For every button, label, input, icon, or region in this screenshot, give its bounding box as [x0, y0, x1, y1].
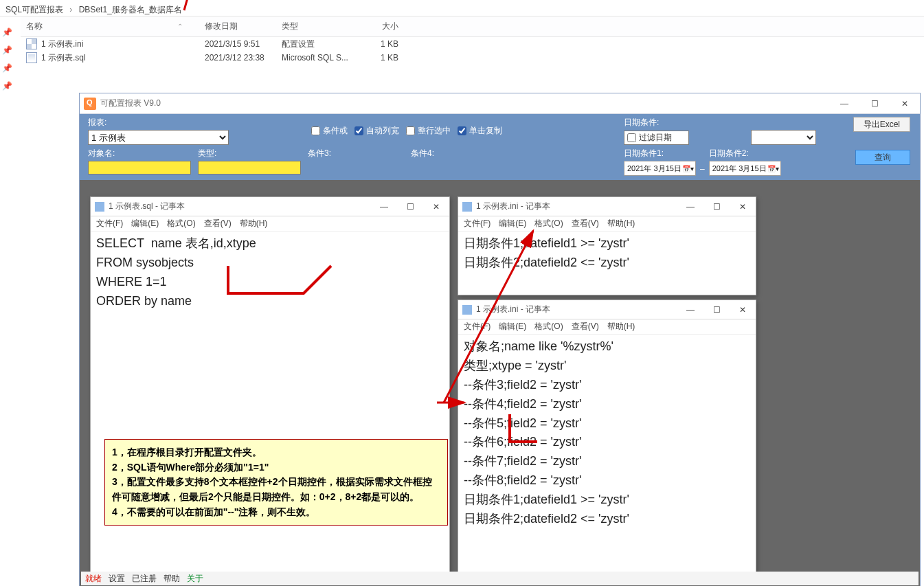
auto-width-checkbox[interactable]: 自动列宽 — [354, 125, 399, 137]
minimize-button[interactable]: ― — [829, 93, 859, 114]
close-button[interactable]: ✕ — [890, 93, 920, 114]
breadcrumb-part1[interactable]: SQL可配置报表 — [5, 5, 63, 14]
status-help[interactable]: 帮助 — [164, 573, 180, 585]
col-type[interactable]: 类型 — [276, 21, 363, 32]
maximize-button[interactable]: ☐ — [859, 93, 890, 114]
status-bar: 就绪 设置 已注册 帮助 关于 — [81, 572, 919, 585]
cond3-label: 条件3: — [308, 148, 404, 159]
pin-icon[interactable]: 📌 — [2, 27, 12, 37]
menu-help[interactable]: 帮助(H) — [240, 218, 268, 229]
file-date: 2021/3/15 9:51 — [199, 39, 276, 49]
status-settings[interactable]: 设置 — [109, 573, 125, 585]
date2-input[interactable]: 2021年 3月15日📅▾ — [709, 161, 781, 176]
annotation-note: 1，在程序根目录打开配置文件夹。 2，SQL语句Where部分必须加"1=1" … — [104, 439, 448, 526]
menu-edit[interactable]: 编辑(E) — [499, 321, 526, 333]
notepad-title: 1 示例表.ini - 记事本 — [476, 304, 550, 315]
notepad-titlebar: 1 示例表.ini - 记事本 ― ☐ ✕ — [458, 300, 756, 319]
file-list: 名称⌃ 修改日期 类型 大小 1 示例表.ini 2021/3/15 9:51 … — [21, 16, 924, 65]
minimize-button[interactable]: ― — [677, 300, 703, 319]
app-title: 可配置报表 V9.0 — [100, 98, 161, 109]
cond4-label: 条件4: — [411, 148, 507, 159]
menu-view[interactable]: 查看(V) — [572, 321, 599, 333]
pin-icon[interactable]: 📌 — [2, 45, 12, 55]
notepad-title: 1 示例表.sql - 记事本 — [109, 201, 185, 212]
notepad-icon — [462, 202, 472, 212]
date-section: 日期条件: 过滤日期 日期条件1: 2021年 3月15日📅▾ – 日期条件2:… — [624, 117, 816, 176]
notepad-body[interactable]: SELECT name 表名,id,xtype FROM sysobjects … — [91, 232, 449, 314]
type-input[interactable] — [198, 161, 301, 174]
file-type: 配置设置 — [276, 38, 363, 50]
action-buttons: 导出Excel 查询 — [853, 117, 910, 165]
pin-strip: 📌 📌 📌 📌 — [0, 19, 14, 99]
object-input[interactable] — [88, 161, 191, 174]
menu-help[interactable]: 帮助(H) — [607, 218, 635, 229]
app-logo-icon — [84, 98, 96, 110]
close-button[interactable]: ✕ — [423, 197, 449, 216]
menu-edit[interactable]: 编辑(E) — [131, 218, 159, 229]
single-copy-checkbox[interactable]: 单击复制 — [458, 125, 502, 137]
toolbar: 报表: 1 示例表 条件或 自动列宽 整行选中 单击复制 对象名: 类型: 条件… — [80, 114, 920, 180]
cond-or-checkbox[interactable]: 条件或 — [311, 125, 348, 137]
menu-file[interactable]: 文件(F) — [96, 218, 123, 229]
close-button[interactable]: ✕ — [730, 300, 756, 319]
report-label: 报表: — [88, 117, 229, 128]
pin-icon[interactable]: 📌 — [2, 63, 12, 73]
col-date[interactable]: 修改日期 — [199, 21, 276, 32]
notepad-body[interactable]: 对象名;name like '%zystr%' 类型;xtype = 'zyst… — [458, 335, 756, 532]
menu-help[interactable]: 帮助(H) — [607, 321, 635, 333]
close-button[interactable]: ✕ — [730, 197, 756, 216]
notepad-menu: 文件(F) 编辑(E) 格式(O) 查看(V) 帮助(H) — [458, 319, 756, 335]
notepad-menu: 文件(F) 编辑(E) 格式(O) 查看(V) 帮助(H) — [91, 216, 449, 232]
export-excel-button[interactable]: 导出Excel — [853, 117, 910, 132]
minimize-button[interactable]: ― — [371, 197, 397, 216]
file-row[interactable]: 1 示例表.sql 2021/3/12 23:38 Microsoft SQL … — [21, 51, 924, 65]
date-cond-label: 日期条件: — [624, 117, 816, 128]
notepad-sql: 1 示例表.sql - 记事本 ― ☐ ✕ 文件(F) 编辑(E) 格式(O) … — [90, 196, 450, 574]
notepad-body[interactable]: 日期条件1;datefield1 >= 'zystr' 日期条件2;datefi… — [458, 232, 756, 275]
date-sep: – — [700, 164, 705, 176]
file-name: 1 示例表.sql — [41, 52, 86, 64]
menu-file[interactable]: 文件(F) — [464, 321, 491, 333]
menu-format[interactable]: 格式(O) — [167, 218, 195, 229]
notepad-titlebar: 1 示例表.sql - 记事本 ― ☐ ✕ — [91, 197, 449, 216]
notepad-titlebar: 1 示例表.ini - 记事本 ― ☐ ✕ — [458, 197, 756, 216]
file-list-header: 名称⌃ 修改日期 类型 大小 — [21, 16, 924, 37]
menu-file[interactable]: 文件(F) — [464, 218, 491, 229]
file-type: Microsoft SQL S... — [276, 53, 363, 63]
notepad-ini-bottom: 1 示例表.ini - 记事本 ― ☐ ✕ 文件(F) 编辑(E) 格式(O) … — [458, 300, 756, 573]
file-row[interactable]: 1 示例表.ini 2021/3/15 9:51 配置设置 1 KB — [21, 37, 924, 51]
whole-row-checkbox[interactable]: 整行选中 — [406, 125, 451, 137]
date-cond-select[interactable] — [751, 130, 816, 145]
maximize-button[interactable]: ☐ — [703, 197, 730, 216]
status-about[interactable]: 关于 — [187, 573, 203, 585]
notepad-icon — [462, 305, 472, 315]
report-select[interactable]: 1 示例表 — [88, 130, 229, 145]
calendar-icon: 📅▾ — [682, 165, 694, 172]
col-name[interactable]: 名称⌃ — [21, 21, 199, 32]
minimize-button[interactable]: ― — [677, 197, 703, 216]
menu-view[interactable]: 查看(V) — [204, 218, 232, 229]
menu-format[interactable]: 格式(O) — [534, 218, 563, 229]
col-size[interactable]: 大小 — [363, 21, 404, 32]
menu-view[interactable]: 查看(V) — [572, 218, 599, 229]
notepad-ini-top: 1 示例表.ini - 记事本 ― ☐ ✕ 文件(F) 编辑(E) 格式(O) … — [458, 196, 756, 295]
breadcrumb: SQL可配置报表 › DBSet1_服务器名_数据库名 — [0, 0, 924, 16]
breadcrumb-part2[interactable]: DBSet1_服务器名_数据库名 — [79, 5, 183, 14]
object-label: 对象名: — [88, 148, 191, 159]
maximize-button[interactable]: ☐ — [703, 300, 730, 319]
status-ready: 就绪 — [85, 573, 102, 585]
query-button[interactable]: 查询 — [855, 150, 910, 165]
file-date: 2021/3/12 23:38 — [199, 53, 276, 63]
menu-edit[interactable]: 编辑(E) — [499, 218, 526, 229]
filter-date-checkbox[interactable]: 过滤日期 — [624, 131, 689, 145]
date1-label: 日期条件1: — [624, 148, 696, 159]
notepad-icon — [95, 202, 104, 212]
pin-icon[interactable]: 📌 — [2, 81, 12, 91]
breadcrumb-sep: › — [69, 5, 72, 14]
status-registered[interactable]: 已注册 — [132, 573, 157, 585]
notepad-title: 1 示例表.ini - 记事本 — [476, 201, 550, 212]
date1-input[interactable]: 2021年 3月15日📅▾ — [624, 161, 696, 176]
file-name: 1 示例表.ini — [41, 38, 83, 50]
menu-format[interactable]: 格式(O) — [534, 321, 563, 333]
maximize-button[interactable]: ☐ — [397, 197, 423, 216]
